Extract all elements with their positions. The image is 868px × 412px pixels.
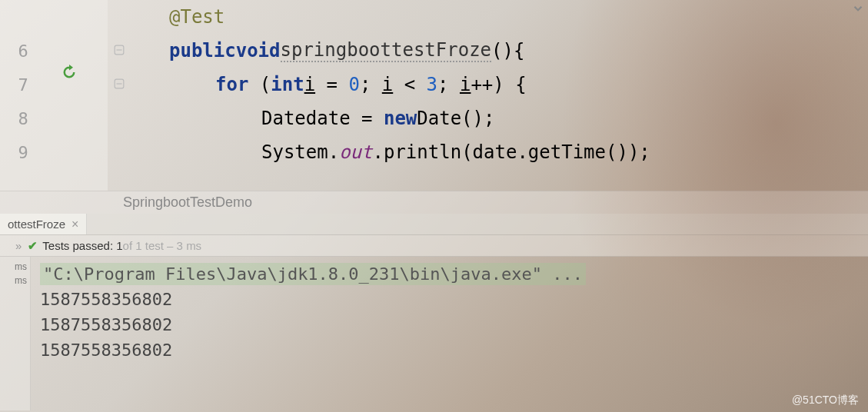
watermark: @51CTO博客	[792, 394, 859, 407]
breadcrumb[interactable]: SpringbootTestDemo	[0, 191, 868, 214]
console-line: 1587558356802	[40, 337, 859, 363]
tab-ottestfroze[interactable]: ottestFroze ×	[0, 214, 87, 234]
run-tabs: ottestFroze ×	[0, 214, 868, 235]
ms-label: ms	[12, 260, 30, 274]
code-line[interactable]: @Test	[108, 0, 868, 34]
chevron-icon[interactable]: »	[15, 239, 22, 252]
line-number: 7	[0, 75, 54, 95]
ms-label: ms	[12, 274, 30, 287]
console-command: "C:\Program Files\Java\jdk1.8.0_231\bin\…	[40, 261, 859, 287]
code-editor[interactable]: 6 7 8 9 @Test public void springboottest…	[0, 0, 868, 191]
code-content[interactable]: @Test public void springboottestFroze(){…	[108, 0, 868, 191]
code-line[interactable]: public void springboottestFroze(){	[108, 34, 868, 68]
console: ms ms "C:\Program Files\Java\jdk1.8.0_23…	[0, 257, 868, 410]
console-line: 1587558356802	[40, 312, 859, 337]
check-icon: ✔	[28, 239, 38, 253]
close-icon[interactable]: ×	[72, 218, 78, 231]
console-sidebar: ms ms	[0, 257, 31, 410]
console-output[interactable]: "C:\Program Files\Java\jdk1.8.0_231\bin\…	[31, 257, 868, 410]
test-passed-label: Tests passed: 1	[42, 239, 122, 252]
line-number: 6	[0, 42, 54, 61]
breadcrumb-item[interactable]: SpringbootTestDemo	[123, 194, 252, 211]
console-line: 1587558356802	[40, 287, 859, 312]
code-line[interactable]: Date date = new Date();	[108, 101, 868, 135]
fold-icon[interactable]	[114, 45, 125, 58]
gutter: 6 7 8 9	[0, 0, 108, 191]
line-number: 8	[0, 109, 54, 128]
line-number: 9	[0, 143, 54, 162]
code-line[interactable]: for (int i = 0; i < 3; i++) {	[108, 68, 868, 101]
tab-label: ottestFroze	[8, 218, 65, 231]
fold-icon[interactable]	[114, 78, 125, 91]
test-detail: of 1 test – 3 ms	[123, 239, 202, 252]
test-status-bar: » ✔ Tests passed: 1 of 1 test – 3 ms	[0, 235, 868, 257]
code-line[interactable]: System.out.println(date.getTime());	[108, 135, 868, 169]
